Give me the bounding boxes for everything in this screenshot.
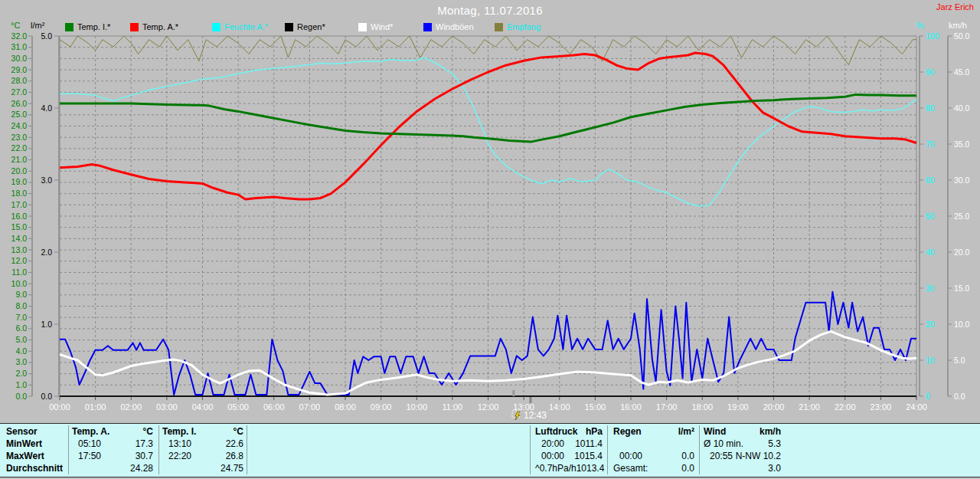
x-tick-label: 15:00	[585, 402, 606, 412]
table-cell: Ø 10 min.5.3	[704, 438, 781, 449]
cell-label: 20:00	[541, 438, 564, 449]
y-tick-label: 3.0	[41, 176, 52, 185]
y-tick-label: 18.0	[11, 189, 28, 198]
cell-value: 26.8	[226, 451, 243, 461]
y-tick-label: 50	[926, 212, 935, 221]
x-tick-label: 08:00	[335, 402, 356, 412]
table-cell: 24.75	[162, 463, 243, 474]
cell-label: Gesamt:	[613, 463, 648, 474]
y-tick-label: 35.0	[954, 139, 970, 149]
x-tick-label: 12:00	[478, 402, 499, 412]
x-tick-label: 22:00	[835, 402, 856, 412]
table-separator	[158, 425, 159, 474]
cell-value: 1013.4	[577, 463, 605, 474]
statistics-table: SensorMinWertMaxWertDurchschnittTemp. A.…	[0, 423, 980, 477]
cell-label: Luftdruck	[535, 426, 577, 437]
cell-value: 3.0	[768, 463, 781, 474]
y-tick-label: 30.0	[954, 176, 970, 185]
y-tick-label: 32.0	[11, 31, 28, 41]
y-tick-label: 23.0	[11, 133, 28, 142]
cell-label: Regen	[613, 426, 642, 437]
cell-label: Ø 10 min.	[704, 438, 743, 449]
y-tick-label: 31.0	[11, 42, 28, 51]
y-tick-label: 2.0	[41, 248, 52, 257]
y-tick-label: 3.0	[15, 357, 27, 366]
y-tick-label: 9.0	[15, 290, 27, 299]
cell-value: 0.0	[681, 463, 694, 474]
cell-label: 00:00	[619, 451, 642, 461]
x-tick-label: 23:00	[871, 402, 892, 412]
weather-chart-plot[interactable]: 0.01.02.03.04.05.06.07.08.09.010.011.012…	[0, 0, 980, 423]
table-cell: 00:000.0	[613, 451, 694, 461]
x-tick-label: 07:00	[299, 402, 321, 412]
cell-label: Wind	[704, 426, 726, 437]
y-tick-label: 11.0	[11, 267, 27, 277]
table-cell: 13:1022.6	[162, 438, 243, 449]
x-tick-label: 20:00	[763, 402, 785, 412]
table-cell: 22:2026.8	[162, 451, 243, 461]
cell-value: 1015.4	[574, 451, 603, 461]
y-tick-label: 12.0	[11, 256, 28, 265]
cell-value: 24.75	[220, 463, 243, 474]
x-tick-label: 18:00	[691, 402, 713, 412]
table-cell: 20:001011.4	[535, 438, 603, 449]
x-tick-label: 03:00	[156, 402, 178, 412]
table-row-label: MinWert	[6, 438, 42, 449]
table-row-label: Durchschnitt	[6, 463, 63, 474]
table-cell: Gesamt:0.0	[613, 463, 694, 474]
time-marker-label: 12:43	[524, 410, 547, 421]
y-tick-label: 28.0	[11, 76, 28, 85]
x-tick-label: 04:00	[192, 402, 214, 412]
table-separator	[607, 425, 608, 474]
x-tick-label: 24:00	[906, 402, 927, 412]
cell-value: °C	[143, 426, 153, 437]
table-cell: 17:5030.7	[72, 451, 153, 461]
cell-label: Temp. A.	[72, 426, 109, 437]
y-tick-label: 0.0	[954, 392, 965, 401]
table-cell: ^0.7hPa/h1013.4	[535, 463, 603, 474]
y-tick-label: 14.0	[11, 234, 28, 243]
x-tick-label: 05:00	[227, 402, 249, 412]
y-tick-label: 29.0	[11, 65, 28, 74]
cell-value: 5.3	[768, 438, 781, 449]
table-separator	[247, 425, 247, 474]
cell-value: 17.3	[136, 438, 153, 449]
table-cell: 3.0	[704, 463, 781, 474]
table-separator	[699, 425, 700, 474]
table-cell: 20:55N-NW 10.2	[704, 451, 781, 461]
y-tick-label: 16.0	[11, 212, 28, 221]
y-tick-label: 0.0	[15, 392, 27, 401]
table-separator	[530, 425, 531, 474]
y-tick-label: 40.0	[954, 103, 970, 113]
x-tick-label: 02:00	[120, 402, 142, 412]
table-col-header: Windkm/h	[704, 426, 781, 437]
cell-label: 13:10	[168, 438, 191, 449]
table-cell: 05:1017.3	[72, 438, 153, 449]
y-tick-label: 15.0	[954, 284, 970, 293]
x-tick-label: 11:00	[443, 402, 463, 412]
y-tick-label: 5.0	[15, 335, 27, 344]
y-tick-label: 10.0	[11, 279, 28, 288]
y-tick-label: 40	[926, 248, 935, 257]
y-tick-label: 7.0	[15, 313, 27, 322]
weather-app-window: Montag, 11.07.2016 Jarz Erich °C l/m² % …	[0, 0, 980, 479]
y-tick-label: 8.0	[15, 301, 27, 310]
table-col-header: Temp. A.°C	[72, 426, 153, 437]
cell-value: hPa	[586, 426, 603, 437]
y-tick-label: 90	[926, 67, 935, 77]
y-tick-label: 17.0	[11, 200, 28, 209]
y-tick-label: 21.0	[11, 155, 28, 164]
y-tick-label: 19.0	[11, 177, 28, 186]
table-row-label: MaxWert	[6, 451, 44, 461]
cell-value: l/m²	[678, 426, 694, 437]
y-tick-label: 100	[926, 31, 939, 41]
y-tick-label: 5.0	[954, 356, 965, 365]
y-tick-label: 10	[926, 356, 935, 365]
cell-label: 00:00	[541, 451, 564, 461]
table-col-header: Temp. I.°C	[162, 426, 243, 437]
cell-label: 22:20	[168, 451, 191, 461]
y-tick-label: 45.0	[954, 67, 970, 77]
time-marker: 12:43	[511, 410, 547, 421]
y-tick-label: 1.0	[41, 320, 52, 329]
cell-label: Temp. I.	[162, 426, 196, 437]
